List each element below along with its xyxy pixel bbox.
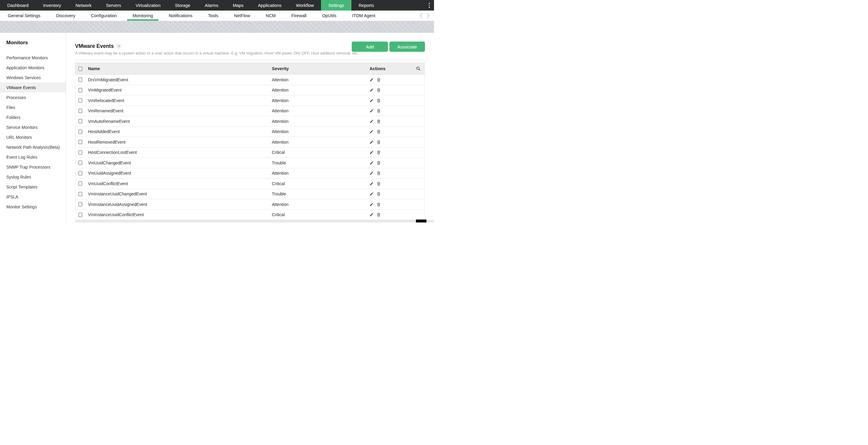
associate-button[interactable]: Associate (390, 41, 425, 52)
top-nav-item-dashboard[interactable]: Dashboard (0, 0, 36, 10)
edit-icon[interactable] (370, 171, 374, 175)
table-row: VmAutoRenameEvent Attention (75, 116, 424, 127)
row-checkbox[interactable] (79, 202, 82, 207)
row-checkbox[interactable] (79, 150, 82, 155)
row-checkbox[interactable] (79, 109, 82, 113)
severity-cell: Attention (272, 140, 367, 144)
sub-nav-items: General SettingsDiscoveryConfigurationMo… (0, 10, 383, 21)
delete-icon[interactable] (376, 161, 381, 165)
delete-icon[interactable] (376, 171, 381, 175)
sidebar-item-ipsla[interactable]: IPSLA (0, 192, 66, 202)
event-name-cell: VmRelocatedEvent (88, 98, 272, 103)
sidebar-item-service-monitors[interactable]: Service Monitors (0, 122, 66, 132)
row-checkbox[interactable] (79, 77, 82, 82)
row-checkbox[interactable] (79, 88, 82, 93)
sub-nav-item-configuration[interactable]: Configuration (83, 10, 125, 21)
delete-icon[interactable] (376, 98, 381, 103)
row-checkbox[interactable] (79, 140, 82, 144)
select-all-checkbox[interactable] (79, 67, 82, 71)
chevron-right-icon[interactable] (427, 13, 430, 19)
chevron-left-icon[interactable] (420, 13, 423, 19)
top-nav-item-alarms[interactable]: Alarms (197, 0, 225, 10)
delete-icon[interactable] (376, 192, 381, 196)
row-checkbox[interactable] (79, 130, 82, 134)
top-nav-item-settings[interactable]: Settings (321, 0, 351, 10)
sidebar-item-syslog-rules[interactable]: Syslog Rules (0, 172, 66, 182)
delete-icon[interactable] (376, 119, 381, 124)
edit-icon[interactable] (370, 98, 374, 103)
top-nav-item-virtualization[interactable]: Virtualization (128, 0, 168, 10)
edit-icon[interactable] (370, 130, 374, 134)
sub-nav-item-oputils[interactable]: OpUtils (314, 10, 344, 21)
edit-icon[interactable] (370, 181, 374, 186)
overflow-menu-icon[interactable] (425, 0, 434, 10)
sub-nav-item-itom-agent[interactable]: ITOM Agent (344, 10, 383, 21)
bottom-scroll-strip[interactable] (75, 220, 434, 222)
sidebar-item-event-log-rules[interactable]: Event Log Rules (0, 152, 66, 162)
table-body: DrsVmMigratedEvent Attention VmMigratedE… (75, 75, 425, 220)
sidebar-item-performance-monitors[interactable]: Performance Monitors (0, 53, 66, 63)
top-nav-item-inventory[interactable]: Inventory (36, 0, 68, 10)
event-name-cell: VmUuidConflictEvent (88, 181, 272, 186)
sidebar-item-snmp-trap-processors[interactable]: SNMP Trap Processors (0, 162, 66, 172)
edit-icon[interactable] (370, 109, 374, 113)
sub-nav-item-notifications[interactable]: Notifications (161, 10, 200, 21)
sidebar-item-application-monitors[interactable]: Application Monitors (0, 63, 66, 73)
edit-icon[interactable] (370, 212, 374, 217)
row-checkbox[interactable] (79, 192, 82, 196)
top-nav-item-maps[interactable]: Maps (225, 0, 250, 10)
sub-nav-item-ncm[interactable]: NCM (258, 10, 284, 21)
delete-icon[interactable] (376, 202, 381, 207)
delete-icon[interactable] (376, 77, 381, 82)
top-nav-item-reports[interactable]: Reports (351, 0, 381, 10)
row-checkbox[interactable] (79, 171, 82, 175)
top-nav-item-network[interactable]: Network (68, 0, 99, 10)
delete-icon[interactable] (376, 181, 381, 186)
help-icon[interactable]: ? (116, 44, 121, 48)
sub-nav-item-netflow[interactable]: NetFlow (226, 10, 258, 21)
table-row: HostConnectionLostEvent Critical (75, 147, 424, 158)
sidebar-item-network-path-analysis-beta[interactable]: Network Path Analysis(Beta) (0, 142, 66, 152)
row-checkbox[interactable] (79, 119, 82, 124)
sidebar-item-processes[interactable]: Processes (0, 93, 66, 102)
sub-nav-item-firewall[interactable]: Firewall (284, 10, 314, 21)
sidebar-item-url-monitors[interactable]: URL Monitors (0, 132, 66, 142)
edit-icon[interactable] (370, 150, 374, 155)
sidebar-item-script-templates[interactable]: Script Templates (0, 182, 66, 192)
top-nav-item-workflow[interactable]: Workflow (289, 0, 321, 10)
edit-icon[interactable] (370, 161, 374, 165)
delete-icon[interactable] (376, 88, 381, 93)
row-checkbox[interactable] (79, 181, 82, 186)
delete-icon[interactable] (376, 129, 381, 134)
sidebar-item-files[interactable]: Files (0, 102, 66, 112)
row-checkbox[interactable] (79, 212, 82, 217)
top-nav-item-servers[interactable]: Servers (99, 0, 128, 10)
row-checkbox[interactable] (79, 161, 82, 165)
sub-nav-item-general-settings[interactable]: General Settings (0, 10, 48, 21)
sidebar-item-folders[interactable]: Folders (0, 112, 66, 122)
severity-cell: Attention (272, 119, 367, 124)
severity-cell: Trouble (272, 161, 367, 165)
sub-nav-item-monitoring[interactable]: Monitoring (125, 10, 161, 21)
edit-icon[interactable] (370, 119, 374, 124)
top-nav-item-applications[interactable]: Applications (251, 0, 289, 10)
sub-nav-item-discovery[interactable]: Discovery (48, 10, 83, 21)
delete-icon[interactable] (376, 140, 381, 144)
sidebar-item-windows-services[interactable]: Windows Services (0, 73, 66, 82)
edit-icon[interactable] (370, 88, 374, 92)
edit-icon[interactable] (370, 202, 374, 207)
delete-icon[interactable] (376, 108, 381, 113)
row-checkbox[interactable] (79, 98, 82, 103)
edit-icon[interactable] (370, 140, 374, 144)
sub-nav-item-tools[interactable]: Tools (200, 10, 226, 21)
sidebar-item-vmware-events[interactable]: VMware Events (0, 82, 66, 93)
sidebar-item-monitor-settings[interactable]: Monitor Settings (0, 202, 66, 212)
top-nav-item-storage[interactable]: Storage (168, 0, 198, 10)
edit-icon[interactable] (370, 192, 374, 196)
top-nav-items: DashboardInventoryNetworkServersVirtuali… (0, 0, 381, 10)
add-button[interactable]: Add (352, 41, 388, 52)
search-icon[interactable] (416, 66, 421, 71)
delete-icon[interactable] (376, 212, 381, 217)
delete-icon[interactable] (376, 150, 381, 155)
edit-icon[interactable] (370, 78, 374, 82)
